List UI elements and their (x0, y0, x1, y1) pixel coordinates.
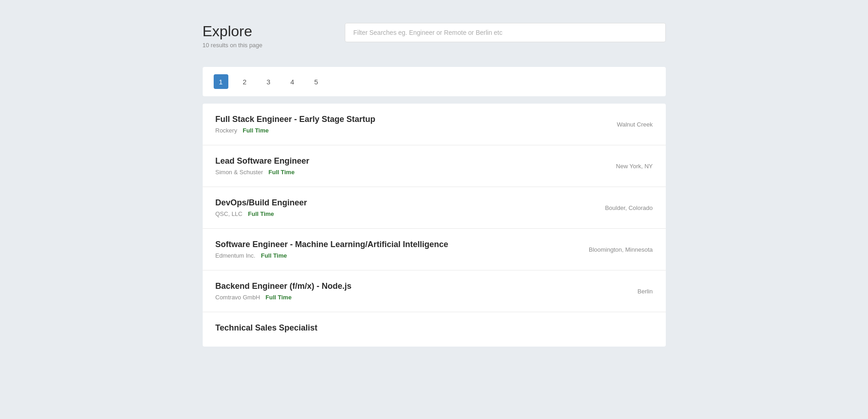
job-left: Technical Sales Specialist (216, 323, 653, 336)
job-company: QSC, LLC (216, 210, 243, 217)
job-location: Boulder, Colorado (605, 204, 652, 211)
job-listing[interactable]: Software Engineer - Machine Learning/Art… (203, 229, 666, 270)
job-location: Bloomington, Minnesota (589, 246, 652, 253)
page-button-1[interactable]: 1 (214, 74, 228, 89)
job-location: Berlin (637, 288, 652, 295)
job-meta: Comtravo GmbHFull Time (216, 294, 638, 301)
job-left: Full Stack Engineer - Early Stage Startu… (216, 115, 617, 134)
job-company: Rockery (216, 127, 238, 134)
job-listing[interactable]: Technical Sales Specialist (203, 312, 666, 347)
search-input[interactable] (345, 23, 666, 42)
job-title: Lead Software Engineer (216, 156, 616, 166)
job-title: Technical Sales Specialist (216, 323, 653, 333)
job-title: Full Stack Engineer - Early Stage Startu… (216, 115, 617, 124)
job-listing[interactable]: Full Stack Engineer - Early Stage Startu… (203, 104, 666, 145)
job-type: Full Time (265, 294, 292, 301)
listings-container: Full Stack Engineer - Early Stage Startu… (203, 104, 666, 347)
page-title: Explore (203, 23, 263, 40)
job-location: Walnut Creek (617, 121, 652, 128)
page-button-5[interactable]: 5 (309, 74, 324, 89)
job-listing[interactable]: DevOps/Build EngineerQSC, LLCFull TimeBo… (203, 187, 666, 229)
job-listing[interactable]: Lead Software EngineerSimon & SchusterFu… (203, 145, 666, 187)
results-count: 10 results on this page (203, 42, 263, 49)
page-button-3[interactable]: 3 (261, 74, 276, 89)
job-title: DevOps/Build Engineer (216, 198, 605, 208)
header-section: Explore 10 results on this page (203, 23, 666, 49)
page-button-4[interactable]: 4 (285, 74, 300, 89)
job-type: Full Time (269, 169, 295, 176)
job-type: Full Time (261, 252, 287, 259)
job-left: Backend Engineer (f/m/x) - Node.jsComtra… (216, 281, 638, 301)
title-area: Explore 10 results on this page (203, 23, 263, 49)
job-company: Simon & Schuster (216, 169, 263, 176)
job-title: Backend Engineer (f/m/x) - Node.js (216, 281, 638, 291)
job-meta: Edmentum Inc.Full Time (216, 252, 589, 259)
job-company: Edmentum Inc. (216, 252, 255, 259)
job-left: Software Engineer - Machine Learning/Art… (216, 240, 589, 259)
job-type: Full Time (243, 127, 269, 134)
search-bar[interactable] (345, 23, 666, 42)
job-left: Lead Software EngineerSimon & SchusterFu… (216, 156, 616, 176)
pagination-bar: 12345 (203, 67, 666, 96)
job-left: DevOps/Build EngineerQSC, LLCFull Time (216, 198, 605, 217)
job-meta: QSC, LLCFull Time (216, 210, 605, 217)
job-type: Full Time (248, 210, 274, 217)
job-listing[interactable]: Backend Engineer (f/m/x) - Node.jsComtra… (203, 270, 666, 312)
job-meta: Simon & SchusterFull Time (216, 169, 616, 176)
page-button-2[interactable]: 2 (238, 74, 252, 89)
job-company: Comtravo GmbH (216, 294, 260, 301)
job-meta: RockeryFull Time (216, 127, 617, 134)
job-title: Software Engineer - Machine Learning/Art… (216, 240, 589, 249)
job-location: New York, NY (616, 163, 652, 170)
